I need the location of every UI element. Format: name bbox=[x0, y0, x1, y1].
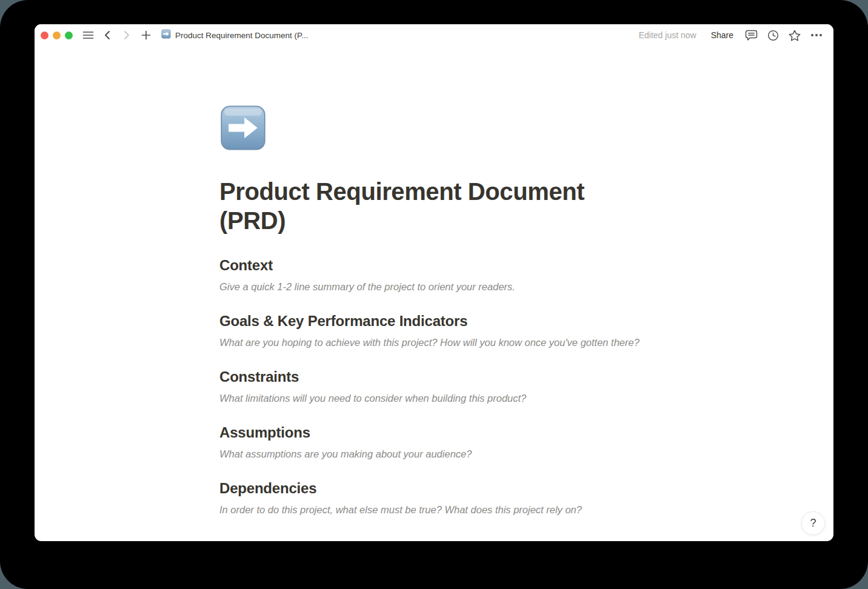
comments-button[interactable] bbox=[743, 27, 759, 43]
more-options-button[interactable] bbox=[809, 27, 824, 43]
section-dependencies: Dependencies In order to do this project… bbox=[219, 479, 649, 517]
edited-status: Edited just now bbox=[639, 30, 696, 40]
page-content-area: Product Requirement Document (PRD) Conte… bbox=[35, 46, 833, 541]
sidebar-toggle-button[interactable] bbox=[80, 27, 96, 43]
close-window-button[interactable] bbox=[41, 32, 48, 39]
titlebar: Product Requirement Document (P... Edite… bbox=[35, 24, 833, 46]
section-goals-kpis: Goals & Key Performance Indicators What … bbox=[219, 311, 649, 350]
zoom-window-button[interactable] bbox=[65, 32, 73, 39]
section-context: Context Give a quick 1-2 line summary of… bbox=[219, 256, 649, 294]
updates-history-button[interactable] bbox=[765, 27, 781, 43]
section-heading[interactable]: Assumptions bbox=[219, 423, 649, 442]
section-placeholder-text[interactable]: What are you hoping to achieve with this… bbox=[219, 335, 649, 350]
section-placeholder-text[interactable]: Give a quick 1-2 line summary of the pro… bbox=[219, 279, 649, 294]
minimize-window-button[interactable] bbox=[53, 32, 61, 39]
nav-group bbox=[80, 27, 154, 43]
clock-icon bbox=[767, 30, 779, 41]
page-icon-right-arrow-emoji[interactable] bbox=[219, 104, 267, 154]
titlebar-breadcrumb[interactable]: Product Requirement Document (P... bbox=[161, 29, 309, 41]
new-tab-button[interactable] bbox=[138, 27, 154, 43]
notion-window: Product Requirement Document (P... Edite… bbox=[35, 24, 833, 541]
page-title[interactable]: Product Requirement Document (PRD) bbox=[219, 177, 626, 235]
plus-icon bbox=[141, 30, 151, 40]
back-button[interactable] bbox=[99, 27, 115, 43]
forward-button[interactable] bbox=[119, 27, 135, 43]
chevron-left-icon bbox=[103, 30, 112, 40]
favorite-button[interactable] bbox=[787, 27, 803, 43]
hamburger-icon bbox=[82, 31, 94, 39]
share-button[interactable]: Share bbox=[707, 28, 737, 42]
section-heading[interactable]: Context bbox=[219, 256, 649, 275]
question-mark-icon: ? bbox=[810, 517, 816, 530]
section-heading[interactable]: Constraints bbox=[219, 367, 649, 386]
section-placeholder-text[interactable]: What limitations will you need to consid… bbox=[219, 391, 649, 406]
section-assumptions: Assumptions What assumptions are you mak… bbox=[219, 423, 649, 462]
tab-title: Product Requirement Document (P... bbox=[175, 31, 309, 40]
help-button[interactable]: ? bbox=[801, 511, 825, 535]
comment-bubble-icon bbox=[745, 30, 758, 41]
section-heading[interactable]: Dependencies bbox=[219, 479, 649, 497]
star-icon bbox=[789, 30, 801, 41]
section-heading[interactable]: Goals & Key Performance Indicators bbox=[219, 311, 649, 330]
right-arrow-emoji-small bbox=[161, 29, 171, 41]
titlebar-actions: Edited just now Share bbox=[639, 27, 824, 43]
section-constraints: Constraints What limitations will you ne… bbox=[219, 367, 649, 406]
section-placeholder-text[interactable]: In order to do this project, what else m… bbox=[219, 502, 649, 517]
section-placeholder-text[interactable]: What assumptions are you making about yo… bbox=[219, 447, 649, 462]
chevron-right-icon bbox=[122, 30, 131, 40]
page-column: Product Requirement Document (PRD) Conte… bbox=[219, 46, 649, 517]
ellipsis-icon bbox=[810, 33, 823, 37]
traffic-lights bbox=[41, 32, 73, 39]
